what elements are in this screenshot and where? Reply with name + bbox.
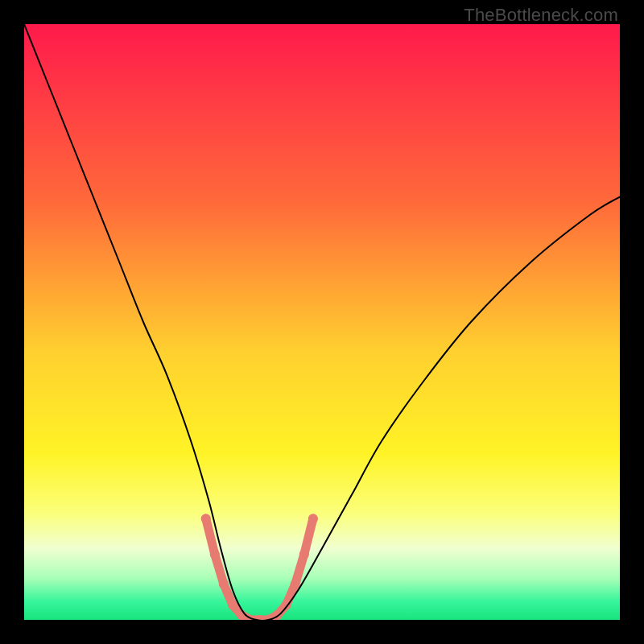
highlight-dot — [291, 580, 300, 589]
plot-area — [24, 24, 620, 620]
bottleneck-curve — [24, 24, 620, 620]
highlight-dot — [219, 580, 229, 589]
highlight-dot — [299, 550, 309, 559]
highlight-dot — [308, 514, 318, 523]
chart-frame: TheBottleneck.com — [0, 0, 644, 644]
curve-layer — [24, 24, 620, 620]
highlight-dot — [228, 600, 237, 609]
highlight-segment — [304, 518, 313, 554]
highlight-dot — [210, 550, 220, 559]
highlight-segment — [206, 518, 215, 554]
watermark-text: TheBottleneck.com — [464, 5, 618, 26]
highlight-dot — [201, 514, 211, 523]
